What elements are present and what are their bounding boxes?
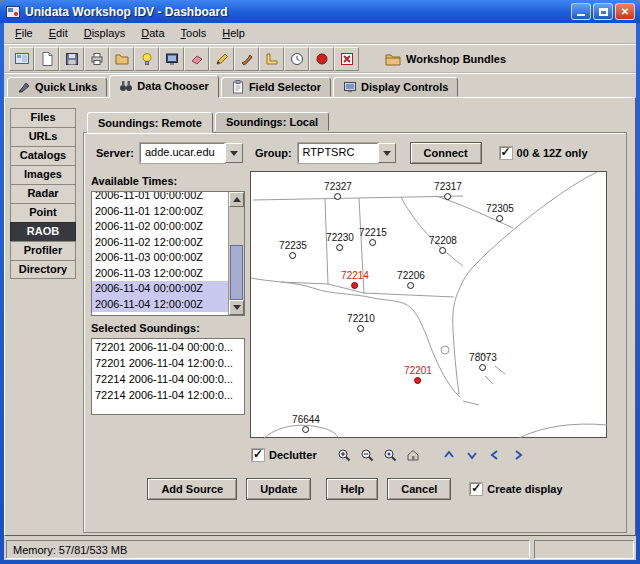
z-only-checkbox[interactable]: ✓ — [500, 147, 512, 159]
sounding-item[interactable]: 72214 2006-11-04 12:00:0... — [92, 387, 244, 403]
tab-quick-links[interactable]: Quick Links — [7, 77, 107, 97]
print-icon[interactable] — [84, 47, 109, 71]
remove-red-x-icon[interactable] — [334, 47, 359, 71]
create-display-checkbox[interactable]: ✓ — [470, 483, 482, 495]
lightbulb-icon — [139, 51, 155, 67]
time-item-selected[interactable]: 2006-11-04 12:00:00Z — [92, 297, 228, 313]
sidebar-item-images[interactable]: Images — [10, 165, 76, 184]
minimize-icon — [577, 14, 585, 16]
menu-file[interactable]: File — [7, 24, 41, 42]
update-button[interactable]: Update — [246, 478, 311, 500]
sidebar-item-files[interactable]: Files — [10, 108, 76, 127]
time-item[interactable]: 2006-11-01 12:00:00Z — [92, 204, 228, 220]
map-station-72206[interactable]: 72206 — [397, 270, 425, 289]
menu-help[interactable]: Help — [214, 24, 253, 42]
time-item[interactable]: 2006-11-03 00:00:00Z — [92, 250, 228, 266]
home-icon[interactable] — [404, 446, 422, 464]
zoom-in-icon[interactable] — [335, 446, 353, 464]
available-times-label: Available Times: — [91, 175, 177, 187]
map-station-72235[interactable]: 72235 — [279, 240, 307, 259]
pencil-icon[interactable] — [209, 47, 234, 71]
zoom-out-icon[interactable] — [358, 446, 376, 464]
save-bundle-icon[interactable] — [59, 47, 84, 71]
sidebar-item-radar[interactable]: Radar — [10, 184, 76, 203]
record-red-icon[interactable] — [309, 47, 334, 71]
tab-display-controls[interactable]: Display Controls — [333, 77, 458, 97]
eraser-icon[interactable] — [184, 47, 209, 71]
map-station-72208[interactable]: 72208 — [429, 235, 457, 254]
tab-data-chooser[interactable]: Data Chooser — [109, 75, 219, 98]
server-input[interactable]: adde.ucar.edu — [140, 143, 225, 163]
pan-left-icon[interactable] — [486, 446, 504, 464]
paintbrush-icon[interactable] — [234, 47, 259, 71]
sidebar-item-catalogs[interactable]: Catalogs — [10, 146, 76, 165]
open-bundle-icon[interactable] — [109, 47, 134, 71]
ruler-icon[interactable] — [259, 47, 284, 71]
sidebar-item-profiler[interactable]: Profiler — [10, 241, 76, 260]
basemap-outlines — [251, 172, 608, 439]
time-item[interactable]: 2006-11-02 12:00:00Z — [92, 235, 228, 251]
sounding-item[interactable]: 72201 2006-11-04 00:00:0... — [92, 339, 244, 355]
map-station-76644[interactable]: 76644 — [292, 414, 320, 433]
map-station-72215[interactable]: 72215 — [359, 227, 387, 246]
time-item[interactable]: 2006-11-01 00:00:00Z — [92, 191, 228, 204]
scrollbar-thumb[interactable] — [230, 245, 243, 300]
map-station-72305[interactable]: 72305 — [486, 203, 514, 222]
display-window-icon[interactable] — [159, 47, 184, 71]
sidebar-item-urls[interactable]: URLs — [10, 127, 76, 146]
map-station-72230[interactable]: 72230 — [326, 232, 354, 251]
tab-soundings-remote[interactable]: Soundings: Remote — [87, 112, 213, 133]
sounding-item[interactable]: 72201 2006-11-04 12:00:0... — [92, 355, 244, 371]
time-item-selected[interactable]: 2006-11-04 00:00:00Z — [92, 281, 228, 297]
zoom-reset-icon[interactable] — [381, 446, 399, 464]
close-button[interactable]: ✕ — [615, 3, 635, 20]
group-dropdown-button[interactable] — [378, 143, 396, 163]
tab-label: Data Chooser — [137, 80, 209, 92]
menu-edit[interactable]: Edit — [41, 24, 76, 42]
monitor-icon — [164, 51, 180, 67]
minimize-button[interactable] — [571, 3, 591, 20]
bundle-page-icon[interactable] — [34, 47, 59, 71]
map-station-72214-selected[interactable]: 72214 — [341, 270, 369, 289]
scroll-down-button[interactable] — [229, 300, 244, 315]
titlebar[interactable]: Unidata Workshop IDV - Dashboard ✕ — [0, 0, 640, 23]
sidebar-item-directory[interactable]: Directory — [10, 260, 76, 279]
menu-displays[interactable]: Displays — [76, 24, 134, 42]
client-area: File Edit Displays Data Tools Help — [4, 23, 636, 560]
map-station-72210[interactable]: 72210 — [347, 313, 375, 332]
declutter-checkbox[interactable]: ✓ — [252, 449, 264, 461]
server-dropdown-button[interactable] — [225, 143, 243, 163]
cancel-button[interactable]: Cancel — [387, 478, 451, 500]
create-display-label: Create display — [487, 483, 562, 495]
map-station-72317[interactable]: 72317 — [434, 181, 462, 200]
clock-icon[interactable] — [284, 47, 309, 71]
group-input[interactable]: RTPTSRC — [298, 143, 378, 163]
show-dashboard-icon — [14, 51, 30, 67]
sounding-item[interactable]: 72214 2006-11-04 00:00:0... — [92, 371, 244, 387]
show-dashboard-icon[interactable] — [9, 47, 34, 71]
menu-tools[interactable]: Tools — [173, 24, 215, 42]
pan-down-icon[interactable] — [463, 446, 481, 464]
map-station-78073[interactable]: 78073 — [469, 352, 497, 371]
map-station-72201-selected[interactable]: 72201 — [404, 365, 432, 384]
add-source-button[interactable]: Add Source — [147, 478, 237, 500]
connect-button[interactable]: Connect — [410, 142, 482, 164]
map-station-72327[interactable]: 72327 — [324, 181, 352, 200]
tab-field-selector[interactable]: Field Selector — [221, 77, 331, 97]
station-marker-icon — [480, 364, 487, 371]
times-scrollbar[interactable] — [228, 192, 244, 315]
help-button[interactable]: Help — [326, 478, 378, 500]
time-item[interactable]: 2006-11-02 00:00:00Z — [92, 219, 228, 235]
scroll-up-button[interactable] — [229, 192, 244, 207]
station-map[interactable]: 72327 72317 72305 72235 72230 72215 7220… — [250, 171, 607, 438]
maximize-button[interactable] — [593, 3, 613, 20]
pan-right-icon[interactable] — [509, 446, 527, 464]
workshop-bundles-button[interactable]: Workshop Bundles — [379, 49, 512, 69]
menu-data[interactable]: Data — [133, 24, 172, 42]
sidebar-item-raob[interactable]: RAOB — [10, 222, 76, 241]
pan-up-icon[interactable] — [440, 446, 458, 464]
tab-soundings-local[interactable]: Soundings: Local — [215, 112, 329, 131]
tip-lightbulb-icon[interactable] — [134, 47, 159, 71]
sidebar-item-point[interactable]: Point — [10, 203, 76, 222]
time-item[interactable]: 2006-11-03 12:00:00Z — [92, 266, 228, 282]
